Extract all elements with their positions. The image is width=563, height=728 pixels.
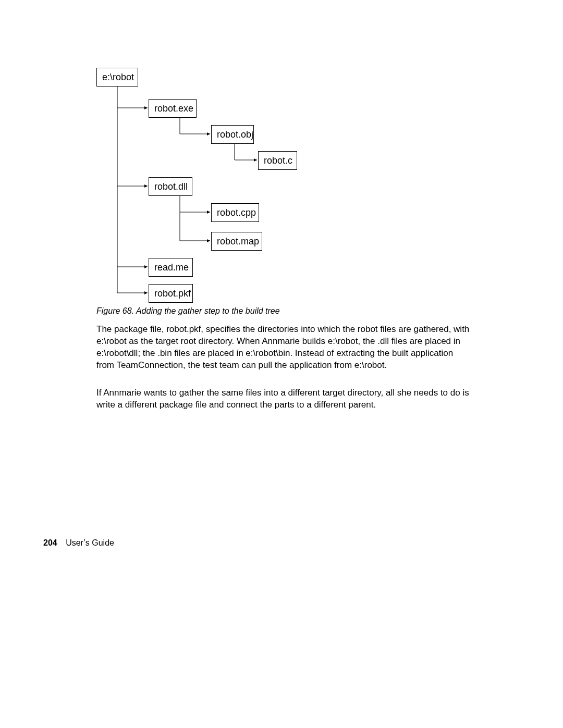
body-paragraph-1: The package file, robot.pkf, specifies t… [96,323,472,371]
node-robot-pkf: robot.pkf [149,284,193,303]
page-footer: 204 User’s Guide [43,538,114,548]
node-root: e:\robot [96,68,138,87]
node-robot-exe: robot.exe [149,99,197,118]
node-readme: read.me [149,258,193,277]
node-robot-cpp: robot.cpp [211,203,259,222]
figure-number: Figure 68. [96,306,134,315]
page-number: 204 [43,538,57,547]
node-robot-map: robot.map [211,232,262,251]
node-robot-dll: robot.dll [149,177,192,196]
node-robot-c: robot.c [258,151,297,170]
body-paragraph-2: If Annmarie wants to gather the same fil… [96,387,472,411]
page: e:\robot robot.exe robot.obj robot.c rob… [0,0,563,728]
connector-lines [96,68,357,307]
node-robot-obj: robot.obj [211,125,254,144]
footer-title: User’s Guide [66,538,114,547]
figure-caption: Figure 68. Adding the gather step to the… [96,306,280,316]
build-tree-diagram: e:\robot robot.exe robot.obj robot.c rob… [96,68,357,302]
figure-caption-text: Adding the gather step to the build tree [136,306,280,315]
